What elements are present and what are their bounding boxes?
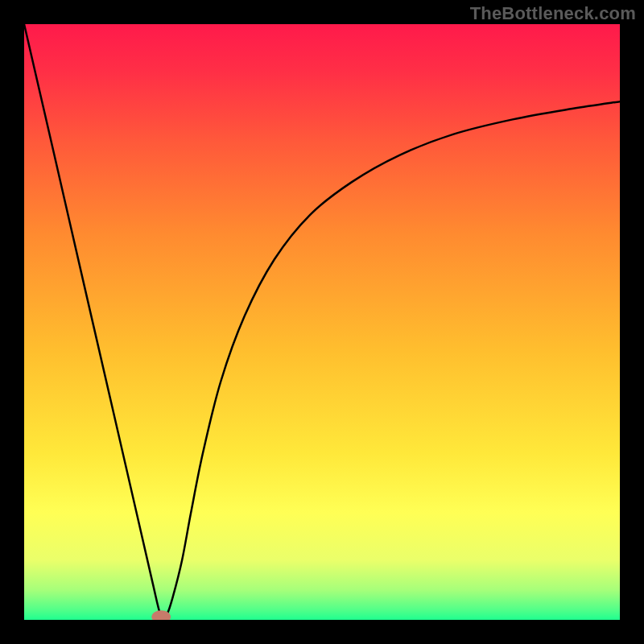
bottleneck-chart-svg: [24, 24, 620, 620]
gradient-background: [24, 24, 620, 620]
watermark-text: TheBottleneck.com: [470, 3, 636, 24]
chart-frame: TheBottleneck.com: [0, 0, 644, 644]
plot-area: [24, 24, 620, 620]
